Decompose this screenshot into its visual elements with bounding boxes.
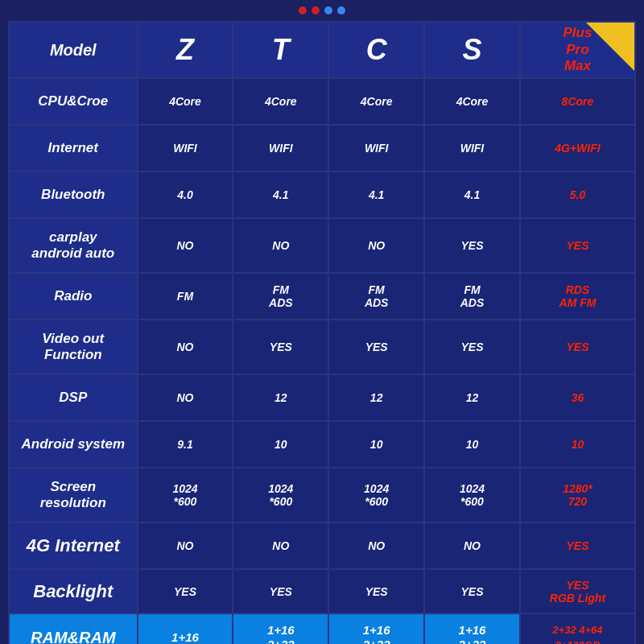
value-t-3: NO — [272, 239, 289, 252]
feature-label: Screen — [50, 479, 96, 494]
feature-label: Backlight — [33, 581, 113, 601]
value-t-2: 4.1 — [273, 188, 288, 201]
dot-3 — [324, 6, 332, 14]
value-s-7: 10 — [466, 438, 479, 451]
plus-value-9: YES — [566, 539, 588, 552]
plus-value-5: YES — [566, 341, 588, 353]
value-c-6: 12 — [370, 391, 383, 404]
value-s-5: YES — [460, 341, 483, 353]
value-s-4: FMADS — [460, 283, 485, 309]
value-t-7: 10 — [275, 438, 287, 451]
value-z-6: NO — [176, 391, 193, 404]
bottom-plus: 2+32 4+648+128GB — [552, 624, 602, 644]
value-c-10: YES — [365, 585, 388, 598]
bottom-feature: RAM&RAM — [31, 629, 116, 645]
value-c-1: WIFI — [365, 142, 389, 155]
feature-label: carplay — [49, 229, 97, 245]
value-t-8: 1024*600 — [268, 482, 293, 508]
value-z-7: 9.1 — [177, 438, 192, 451]
feature-label: 4G Internet — [27, 535, 120, 555]
value-c-0: 4Core — [361, 95, 393, 108]
value-s-8: 1024*600 — [460, 482, 485, 508]
value-t-1: WIFI — [269, 142, 293, 155]
value-c-3: NO — [368, 239, 385, 252]
feature-label: Function — [44, 347, 102, 362]
bottom-c: 1+162+32 — [363, 623, 390, 644]
value-z-5: NO — [176, 341, 193, 353]
value-z-9: NO — [176, 539, 193, 552]
value-t-6: 12 — [275, 391, 287, 404]
col-header-t: T — [272, 33, 290, 66]
col-header-s: S — [462, 33, 481, 66]
plus-value-0: 8Core — [562, 95, 594, 108]
plus-value-3: YES — [566, 239, 588, 252]
plus-value-1: 4G+WIFI — [555, 142, 600, 155]
feature-label: CPU&Croe — [38, 93, 108, 109]
value-s-2: 4.1 — [464, 188, 480, 201]
value-z-10: YES — [174, 585, 196, 598]
value-t-10: YES — [270, 585, 292, 598]
value-t-0: 4Core — [265, 95, 297, 108]
value-z-4: FM — [177, 290, 193, 303]
value-z-0: 4Core — [169, 95, 201, 108]
plus-value-4: RDSAM FM — [559, 283, 597, 309]
feature-label: Android system — [22, 436, 125, 452]
dot-1 — [299, 6, 307, 14]
value-c-9: NO — [368, 539, 385, 552]
value-z-2: 4.0 — [177, 188, 192, 201]
plus-value-7: 10 — [572, 438, 584, 451]
comparison-table: ModelZTCS PlusProMax CPU&Croe4Core4Core4… — [8, 21, 636, 644]
value-t-4: FMADS — [269, 283, 293, 309]
plus-value-2: 5.0 — [570, 188, 585, 201]
value-s-6: 12 — [466, 391, 479, 404]
feature-label: Video out — [42, 331, 104, 346]
value-z-8: 1024*600 — [172, 482, 197, 508]
value-s-9: NO — [464, 539, 481, 552]
value-c-4: FMADS — [365, 283, 389, 309]
value-c-2: 4.1 — [369, 188, 384, 201]
value-s-0: 4Core — [456, 95, 489, 108]
bottom-t: 1+162+32 — [267, 623, 295, 644]
plus-value-6: 36 — [572, 391, 584, 404]
feature-label: Bluetooth — [41, 187, 105, 202]
top-dots — [299, 6, 345, 14]
plus-value-10: YESRGB Light — [550, 579, 605, 605]
value-c-7: 10 — [370, 438, 383, 451]
col-header-c: C — [366, 33, 387, 66]
dot-2 — [312, 6, 320, 14]
value-s-1: WIFI — [460, 142, 485, 155]
value-z-1: WIFI — [173, 142, 197, 155]
dot-4 — [337, 6, 345, 14]
value-c-8: 1024*600 — [364, 482, 389, 508]
value-t-5: YES — [270, 341, 292, 353]
model-header: Model — [50, 41, 97, 59]
bottom-s: 1+162+32 — [459, 623, 486, 644]
value-c-5: YES — [365, 341, 388, 353]
value-z-3: NO — [176, 239, 193, 252]
feature-label: android auto — [31, 246, 114, 261]
value-t-9: NO — [272, 539, 289, 552]
feature-label: Radio — [54, 288, 92, 303]
feature-label: DSP — [59, 390, 87, 405]
feature-label: resolution — [40, 495, 106, 510]
value-s-10: YES — [460, 585, 483, 598]
feature-label: Internet — [48, 140, 98, 155]
value-s-3: YES — [460, 239, 483, 252]
col-header-z: Z — [176, 33, 194, 66]
plus-triangle — [586, 23, 634, 71]
plus-value-8: 1280*720 — [563, 482, 592, 508]
bottom-z: 1+16 — [171, 630, 199, 644]
